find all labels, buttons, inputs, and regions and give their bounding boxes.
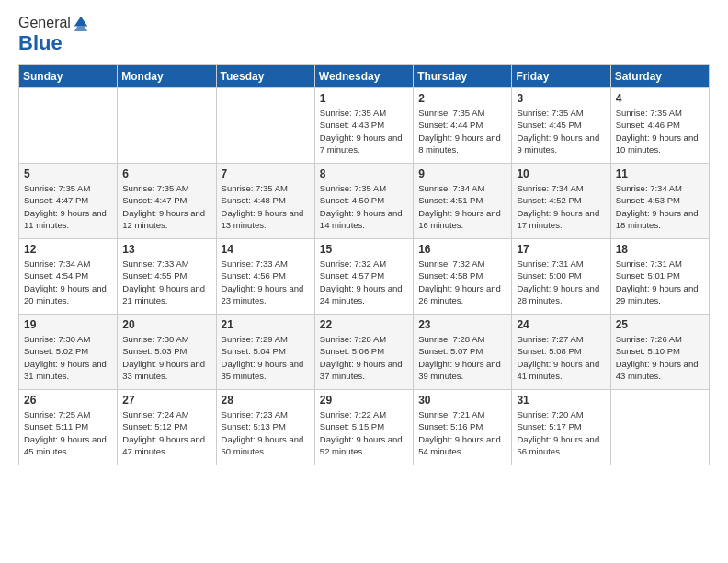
weekday-header: Friday (512, 65, 610, 88)
calendar-day-cell: 25Sunrise: 7:26 AM Sunset: 5:10 PM Dayli… (610, 315, 709, 390)
day-number: 19 (24, 318, 112, 331)
calendar-day-cell: 15Sunrise: 7:32 AM Sunset: 4:57 PM Dayli… (314, 239, 413, 315)
calendar-day-cell: 6Sunrise: 7:35 AM Sunset: 4:47 PM Daylig… (118, 164, 216, 239)
calendar-week-row: 1Sunrise: 7:35 AM Sunset: 4:43 PM Daylig… (19, 88, 710, 164)
day-number: 25 (616, 318, 704, 331)
day-info: Sunrise: 7:27 AM Sunset: 5:08 PM Dayligh… (517, 333, 605, 382)
day-number: 13 (122, 243, 210, 256)
calendar-day-cell: 28Sunrise: 7:23 AM Sunset: 5:13 PM Dayli… (216, 390, 314, 465)
logo-general-text: General (18, 15, 71, 31)
day-info: Sunrise: 7:28 AM Sunset: 5:06 PM Dayligh… (320, 333, 408, 382)
calendar-day-cell: 26Sunrise: 7:25 AM Sunset: 5:11 PM Dayli… (19, 390, 118, 465)
logo: General Blue (18, 15, 89, 55)
day-number: 29 (320, 394, 408, 407)
calendar-table: SundayMondayTuesdayWednesdayThursdayFrid… (18, 64, 710, 465)
day-number: 15 (320, 243, 408, 256)
day-number: 16 (418, 243, 506, 256)
day-info: Sunrise: 7:25 AM Sunset: 5:11 PM Dayligh… (24, 408, 112, 457)
calendar-day-cell: 24Sunrise: 7:27 AM Sunset: 5:08 PM Dayli… (512, 315, 610, 390)
day-info: Sunrise: 7:32 AM Sunset: 4:58 PM Dayligh… (418, 258, 506, 306)
day-info: Sunrise: 7:30 AM Sunset: 5:03 PM Dayligh… (122, 333, 210, 382)
svg-marker-0 (74, 17, 87, 27)
day-info: Sunrise: 7:34 AM Sunset: 4:51 PM Dayligh… (418, 182, 506, 231)
calendar-week-row: 5Sunrise: 7:35 AM Sunset: 4:47 PM Daylig… (19, 164, 710, 239)
day-number: 31 (517, 394, 605, 407)
calendar-header-row: SundayMondayTuesdayWednesdayThursdayFrid… (19, 65, 710, 88)
calendar-day-cell: 14Sunrise: 7:33 AM Sunset: 4:56 PM Dayli… (216, 239, 314, 315)
day-number: 22 (320, 318, 408, 331)
day-info: Sunrise: 7:35 AM Sunset: 4:47 PM Dayligh… (122, 182, 210, 231)
day-number: 10 (517, 167, 605, 180)
calendar-day-cell: 19Sunrise: 7:30 AM Sunset: 5:02 PM Dayli… (19, 315, 118, 390)
calendar-day-cell: 22Sunrise: 7:28 AM Sunset: 5:06 PM Dayli… (314, 315, 413, 390)
day-info: Sunrise: 7:26 AM Sunset: 5:10 PM Dayligh… (616, 333, 704, 382)
calendar-day-cell: 16Sunrise: 7:32 AM Sunset: 4:58 PM Dayli… (414, 239, 512, 315)
day-info: Sunrise: 7:20 AM Sunset: 5:17 PM Dayligh… (517, 408, 605, 457)
calendar-day-cell: 10Sunrise: 7:34 AM Sunset: 4:52 PM Dayli… (512, 164, 610, 239)
day-info: Sunrise: 7:29 AM Sunset: 5:04 PM Dayligh… (222, 333, 310, 382)
day-info: Sunrise: 7:22 AM Sunset: 5:15 PM Dayligh… (320, 408, 408, 457)
day-number: 12 (24, 243, 112, 256)
day-info: Sunrise: 7:33 AM Sunset: 4:56 PM Dayligh… (222, 258, 310, 306)
calendar-day-cell: 27Sunrise: 7:24 AM Sunset: 5:12 PM Dayli… (118, 390, 216, 465)
weekday-header: Tuesday (216, 65, 314, 88)
day-info: Sunrise: 7:21 AM Sunset: 5:16 PM Dayligh… (418, 408, 506, 457)
day-number: 6 (122, 167, 210, 180)
day-info: Sunrise: 7:35 AM Sunset: 4:43 PM Dayligh… (320, 107, 408, 155)
day-info: Sunrise: 7:34 AM Sunset: 4:53 PM Dayligh… (616, 182, 704, 231)
calendar-day-cell: 3Sunrise: 7:35 AM Sunset: 4:45 PM Daylig… (512, 88, 610, 164)
day-info: Sunrise: 7:31 AM Sunset: 5:01 PM Dayligh… (616, 258, 704, 306)
calendar-day-cell: 18Sunrise: 7:31 AM Sunset: 5:01 PM Dayli… (610, 239, 709, 315)
page-container: General Blue SundayMondayTuesdayWednesda… (0, 0, 728, 475)
day-info: Sunrise: 7:34 AM Sunset: 4:52 PM Dayligh… (517, 182, 605, 231)
day-number: 17 (517, 243, 605, 256)
day-number: 4 (616, 92, 704, 105)
day-number: 30 (418, 394, 506, 407)
day-number: 28 (222, 394, 310, 407)
calendar-day-cell: 8Sunrise: 7:35 AM Sunset: 4:50 PM Daylig… (314, 164, 413, 239)
day-info: Sunrise: 7:35 AM Sunset: 4:47 PM Dayligh… (24, 182, 112, 231)
calendar-day-cell (610, 390, 709, 465)
day-number: 5 (24, 167, 112, 180)
header: General Blue (18, 15, 710, 55)
logo-icon (73, 15, 89, 31)
day-info: Sunrise: 7:35 AM Sunset: 4:44 PM Dayligh… (418, 107, 506, 155)
weekday-header: Monday (118, 65, 216, 88)
weekday-header: Sunday (19, 65, 118, 88)
day-number: 24 (517, 318, 605, 331)
day-info: Sunrise: 7:33 AM Sunset: 4:55 PM Dayligh… (122, 258, 210, 306)
day-number: 3 (517, 92, 605, 105)
day-number: 1 (320, 92, 408, 105)
day-info: Sunrise: 7:30 AM Sunset: 5:02 PM Dayligh… (24, 333, 112, 382)
day-number: 26 (24, 394, 112, 407)
calendar-day-cell: 4Sunrise: 7:35 AM Sunset: 4:46 PM Daylig… (610, 88, 709, 164)
calendar-week-row: 12Sunrise: 7:34 AM Sunset: 4:54 PM Dayli… (19, 239, 710, 315)
day-number: 14 (222, 243, 310, 256)
day-number: 27 (122, 394, 210, 407)
calendar-day-cell: 7Sunrise: 7:35 AM Sunset: 4:48 PM Daylig… (216, 164, 314, 239)
calendar-week-row: 19Sunrise: 7:30 AM Sunset: 5:02 PM Dayli… (19, 315, 710, 390)
day-info: Sunrise: 7:35 AM Sunset: 4:50 PM Dayligh… (320, 182, 408, 231)
day-number: 21 (222, 318, 310, 331)
day-number: 8 (320, 167, 408, 180)
day-number: 7 (222, 167, 310, 180)
day-info: Sunrise: 7:34 AM Sunset: 4:54 PM Dayligh… (24, 258, 112, 306)
calendar-day-cell: 1Sunrise: 7:35 AM Sunset: 4:43 PM Daylig… (314, 88, 413, 164)
day-number: 23 (418, 318, 506, 331)
day-info: Sunrise: 7:31 AM Sunset: 5:00 PM Dayligh… (517, 258, 605, 306)
calendar-day-cell: 29Sunrise: 7:22 AM Sunset: 5:15 PM Dayli… (314, 390, 413, 465)
day-info: Sunrise: 7:32 AM Sunset: 4:57 PM Dayligh… (320, 258, 408, 306)
calendar-day-cell: 13Sunrise: 7:33 AM Sunset: 4:55 PM Dayli… (118, 239, 216, 315)
calendar-day-cell: 23Sunrise: 7:28 AM Sunset: 5:07 PM Dayli… (414, 315, 512, 390)
day-info: Sunrise: 7:28 AM Sunset: 5:07 PM Dayligh… (418, 333, 506, 382)
day-info: Sunrise: 7:35 AM Sunset: 4:46 PM Dayligh… (616, 107, 704, 155)
calendar-day-cell: 5Sunrise: 7:35 AM Sunset: 4:47 PM Daylig… (19, 164, 118, 239)
calendar-day-cell (118, 88, 216, 164)
calendar-day-cell: 20Sunrise: 7:30 AM Sunset: 5:03 PM Dayli… (118, 315, 216, 390)
calendar-day-cell: 31Sunrise: 7:20 AM Sunset: 5:17 PM Dayli… (512, 390, 610, 465)
calendar-week-row: 26Sunrise: 7:25 AM Sunset: 5:11 PM Dayli… (19, 390, 710, 465)
day-number: 18 (616, 243, 704, 256)
calendar-day-cell: 21Sunrise: 7:29 AM Sunset: 5:04 PM Dayli… (216, 315, 314, 390)
day-number: 11 (616, 167, 704, 180)
calendar-day-cell: 2Sunrise: 7:35 AM Sunset: 4:44 PM Daylig… (414, 88, 512, 164)
